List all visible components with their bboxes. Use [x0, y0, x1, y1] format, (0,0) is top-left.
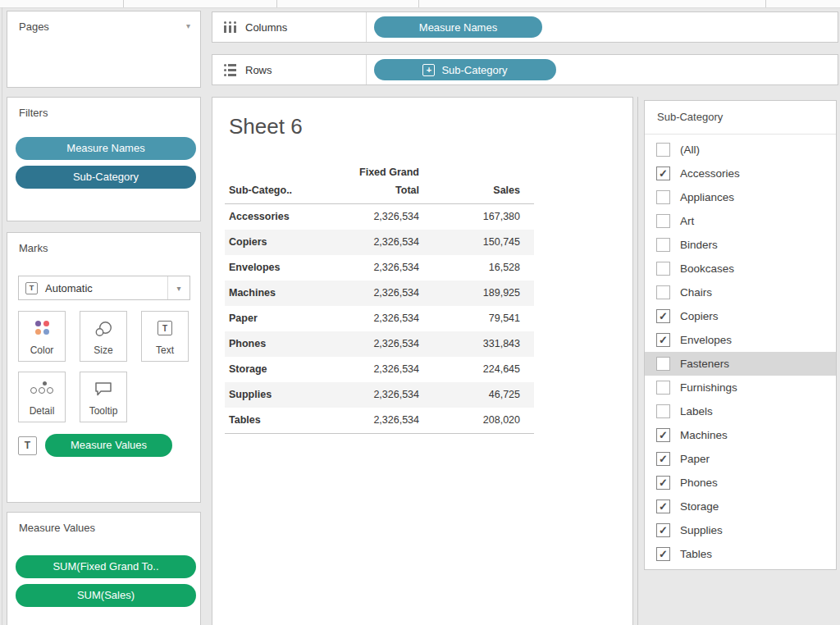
- table-row[interactable]: Machines 2,326,534 189,925: [225, 281, 534, 306]
- table-row[interactable]: Envelopes 2,326,534 16,528: [225, 255, 534, 281]
- sales-cell[interactable]: 79,541: [419, 306, 520, 331]
- filter-checkbox-item[interactable]: ✓ Accessories: [645, 162, 836, 185]
- checkbox[interactable]: ✓: [656, 357, 670, 371]
- shelf-field-pill[interactable]: + Measure Names: [374, 16, 542, 38]
- filter-checkbox-item[interactable]: ✓ Furnishings: [645, 376, 836, 399]
- table-row[interactable]: Phones 2,326,534 331,843: [225, 331, 534, 357]
- fixed-grand-total-cell[interactable]: 2,326,534: [329, 331, 419, 357]
- filter-checkbox-item[interactable]: ✓ Art: [645, 209, 836, 233]
- table-row[interactable]: Paper 2,326,534 79,541: [225, 306, 534, 331]
- table-row[interactable]: Tables 2,326,534 208,020: [225, 408, 534, 433]
- fixed-grand-total-cell[interactable]: 2,326,534: [329, 204, 419, 230]
- field-pill[interactable]: Measure Names: [16, 137, 196, 160]
- checkbox[interactable]: ✓: [656, 547, 670, 561]
- rows-shelf[interactable]: Rows + Sub-Category: [212, 54, 838, 85]
- checkbox[interactable]: ✓: [656, 333, 670, 347]
- filter-checkbox-item[interactable]: ✓ Supplies: [645, 518, 836, 542]
- row-header-cell[interactable]: Envelopes: [225, 255, 329, 281]
- checkbox[interactable]: ✓: [656, 309, 670, 323]
- checkbox[interactable]: ✓: [656, 452, 670, 466]
- row-header-cell[interactable]: Paper: [225, 306, 329, 331]
- checkbox[interactable]: ✓: [656, 167, 670, 180]
- column-header-sub-category[interactable]: Sub-Catego..: [229, 185, 292, 196]
- fixed-grand-total-cell[interactable]: 2,326,534: [329, 357, 419, 382]
- row-header-cell[interactable]: Phones: [225, 331, 329, 357]
- filter-checkbox-item[interactable]: ✓ Tables: [645, 542, 836, 566]
- checkbox[interactable]: ✓: [656, 262, 670, 276]
- row-header-cell[interactable]: Accessories: [225, 204, 329, 230]
- filter-checkbox-item[interactable]: ✓ Binders: [645, 233, 836, 257]
- column-header-fixed-grand-total[interactable]: Fixed Grand: [311, 167, 419, 178]
- checkbox[interactable]: ✓: [656, 143, 670, 157]
- measure-values-pill[interactable]: Measure Values: [45, 434, 172, 457]
- fixed-grand-total-cell[interactable]: 2,326,534: [329, 382, 419, 408]
- filter-checkbox-item[interactable]: ✓ Bookcases: [645, 257, 836, 281]
- columns-shelf[interactable]: Columns + Measure Names: [212, 11, 838, 43]
- filter-checkbox-item[interactable]: ✓ Chairs: [645, 281, 836, 304]
- filter-checkbox-item[interactable]: ✓ Appliances: [645, 185, 836, 209]
- chevron-down-icon[interactable]: ▾: [167, 276, 189, 299]
- pane-divider[interactable]: [637, 97, 638, 625]
- checkbox[interactable]: ✓: [656, 381, 670, 395]
- measure-pill[interactable]: SUM(Sales): [16, 584, 196, 607]
- text-encoding-icon[interactable]: T: [18, 436, 37, 455]
- chevron-down-icon[interactable]: ▾: [186, 21, 190, 30]
- filter-checkbox-item[interactable]: ✓ Paper: [645, 447, 836, 471]
- sales-cell[interactable]: 189,925: [419, 281, 520, 306]
- filter-checkbox-item[interactable]: ✓ Phones: [645, 471, 836, 495]
- row-header-cell[interactable]: Storage: [225, 357, 329, 382]
- row-header-cell[interactable]: Machines: [225, 281, 329, 306]
- row-header-cell[interactable]: Tables: [225, 408, 329, 433]
- column-header-sales[interactable]: Sales: [422, 185, 520, 196]
- table-row[interactable]: Supplies 2,326,534 46,725: [225, 382, 534, 408]
- field-pill[interactable]: Sub-Category: [16, 166, 196, 189]
- column-header-fixed-grand-total-line2[interactable]: Total: [311, 185, 419, 196]
- pages-shelf[interactable]: Pages ▾: [7, 11, 201, 88]
- checkbox[interactable]: ✓: [656, 500, 670, 513]
- filter-checkbox-item[interactable]: ✓ Labels: [645, 399, 836, 423]
- shelf-field-pill[interactable]: + Sub-Category: [374, 59, 556, 80]
- measure-values-card[interactable]: Measure Values SUM(Fixed Grand To..SUM(S…: [7, 512, 201, 625]
- checkbox[interactable]: ✓: [656, 428, 670, 442]
- checkbox[interactable]: ✓: [656, 190, 670, 204]
- fixed-grand-total-cell[interactable]: 2,326,534: [329, 408, 419, 433]
- sales-cell[interactable]: 150,745: [419, 230, 520, 255]
- filter-checkbox-item[interactable]: ✓ Copiers: [645, 304, 836, 328]
- worksheet-view[interactable]: Sheet 6 Fixed Grand Sub-Catego.. Total S…: [212, 97, 633, 625]
- fixed-grand-total-cell[interactable]: 2,326,534: [329, 306, 419, 331]
- sales-cell[interactable]: 331,843: [419, 331, 520, 357]
- filter-checkbox-item[interactable]: ✓ Machines: [645, 423, 836, 447]
- rows-shelf-body[interactable]: + Sub-Category: [367, 59, 838, 80]
- row-header-cell[interactable]: Copiers: [225, 230, 329, 255]
- checkbox[interactable]: ✓: [656, 404, 670, 418]
- fixed-grand-total-cell[interactable]: 2,326,534: [329, 255, 419, 281]
- filter-checkbox-item[interactable]: ✓ Envelopes: [645, 328, 836, 352]
- sales-cell[interactable]: 224,645: [419, 357, 520, 382]
- filters-card[interactable]: Filters Measure NamesSub-Category: [7, 97, 201, 221]
- sales-cell[interactable]: 167,380: [419, 204, 520, 230]
- filter-checkbox-item[interactable]: ✓ Fasteners: [645, 352, 836, 376]
- checkbox[interactable]: ✓: [656, 285, 670, 299]
- size-button[interactable]: Size: [80, 311, 127, 362]
- row-header-cell[interactable]: Supplies: [225, 382, 329, 408]
- fixed-grand-total-cell[interactable]: 2,326,534: [329, 281, 419, 306]
- sales-cell[interactable]: 208,020: [419, 408, 520, 433]
- detail-button[interactable]: Detail: [18, 372, 66, 422]
- color-button[interactable]: Color: [18, 311, 66, 362]
- checkbox[interactable]: ✓: [656, 523, 670, 537]
- filter-checkbox-item[interactable]: ✓ Storage: [645, 495, 836, 518]
- checkbox[interactable]: ✓: [656, 476, 670, 490]
- filter-checkbox-item[interactable]: ✓ (All): [645, 138, 836, 162]
- fixed-grand-total-cell[interactable]: 2,326,534: [329, 230, 419, 255]
- columns-shelf-body[interactable]: + Measure Names: [367, 16, 838, 38]
- measure-pill[interactable]: SUM(Fixed Grand To..: [16, 555, 196, 578]
- text-button[interactable]: T Text: [141, 311, 189, 362]
- checkbox[interactable]: ✓: [656, 238, 670, 252]
- mark-type-dropdown[interactable]: T Automatic ▾: [18, 276, 190, 300]
- tooltip-button[interactable]: Tooltip: [80, 372, 127, 422]
- checkbox[interactable]: ✓: [656, 214, 670, 228]
- sales-cell[interactable]: 46,725: [419, 382, 520, 408]
- expand-plus-icon[interactable]: +: [422, 64, 435, 76]
- table-row[interactable]: Copiers 2,326,534 150,745: [225, 230, 534, 255]
- table-row[interactable]: Storage 2,326,534 224,645: [225, 357, 534, 382]
